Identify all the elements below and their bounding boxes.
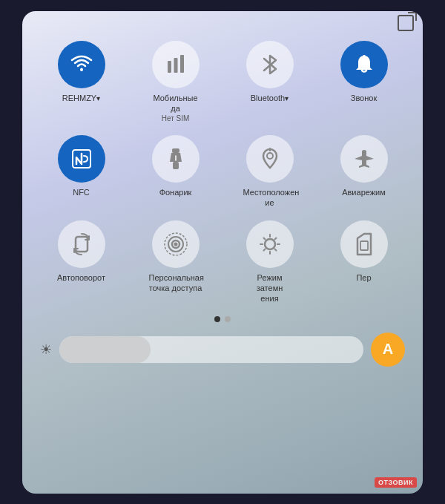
tile-sim[interactable]: Пер [320, 220, 408, 304]
tile-circle-autorotate [58, 220, 105, 268]
expand-icon[interactable] [398, 15, 414, 31]
tile-label-flashlight: Фонарик [159, 187, 192, 197]
tile-label-darkmode: Режим затемнения [243, 272, 297, 304]
sim-icon [354, 232, 375, 256]
page-dot-1 [214, 316, 220, 322]
signal-icon [165, 53, 187, 76]
tile-label-location: Местоположение [243, 187, 297, 209]
tile-circle-nfc [58, 135, 105, 183]
tile-nfc[interactable]: NFC [37, 135, 125, 209]
tile-label-autorotate: Автоповорот [57, 272, 105, 283]
tile-flashlight[interactable]: Фонарик [131, 135, 220, 209]
tile-label-sim: Пер [356, 272, 371, 283]
brightness-icon: ☀ [40, 341, 52, 358]
tile-circle-sim [340, 220, 388, 268]
svg-rect-3 [180, 55, 184, 73]
tile-label-airplane: Авиарежим [342, 187, 386, 197]
tile-autorotate[interactable]: Автоповорот [37, 220, 125, 304]
tile-label-hotspot: Персональнаяточка доступа [149, 272, 202, 294]
tile-label-wifi: REHMZY▾ [62, 93, 100, 103]
svg-point-16 [265, 239, 275, 249]
tile-mobile[interactable]: Мобильные да Нет SIM [131, 41, 220, 124]
svg-rect-2 [174, 58, 177, 73]
tile-circle-location [246, 135, 294, 183]
svg-rect-25 [360, 241, 368, 250]
brightness-row: ☀ A [37, 333, 408, 367]
flashlight-icon [165, 147, 186, 171]
avatar-button[interactable]: A [371, 333, 405, 367]
bluetooth-icon [260, 53, 280, 76]
wifi-icon [70, 53, 93, 76]
brightness-fill [59, 336, 151, 363]
top-bar [22, 11, 423, 35]
tile-circle-mobile [152, 41, 200, 88]
rotate-icon [69, 232, 94, 257]
tile-hotspot[interactable]: Персональнаяточка доступа [131, 220, 220, 304]
tile-circle-wifi [58, 41, 105, 88]
tiles-row3: Автоповорот Персональнаяточка доступа [37, 220, 408, 304]
page-indicators [37, 316, 408, 322]
quick-panel: REHMZY▾ Мобильные да Нет SIM [22, 35, 423, 494]
tile-label-nfc: NFC [73, 187, 90, 197]
watermark: ОТЗОВИК [375, 477, 417, 488]
svg-point-15 [174, 242, 177, 246]
svg-rect-1 [168, 61, 171, 73]
tile-circle-airplane [340, 135, 388, 183]
tile-wifi[interactable]: REHMZY▾ [37, 41, 125, 124]
svg-line-23 [274, 238, 276, 239]
tile-sound[interactable]: Звонок [320, 41, 408, 124]
tile-circle-hotspot [152, 220, 200, 268]
svg-line-21 [263, 238, 265, 239]
tile-label-sound: Звонок [351, 93, 378, 103]
tile-label-mobile: Мобильные да Нет SIM [149, 93, 202, 124]
tile-circle-bluetooth [246, 41, 294, 88]
svg-point-0 [80, 68, 83, 71]
svg-rect-6 [172, 148, 179, 153]
tiles-row1: REHMZY▾ Мобильные да Нет SIM [37, 41, 408, 124]
brightness-track[interactable] [59, 336, 363, 363]
darkmode-icon [257, 232, 283, 257]
svg-line-24 [263, 249, 265, 250]
tile-circle-sound [340, 41, 388, 88]
phone-screen: REHMZY▾ Мобильные да Нет SIM [22, 11, 423, 494]
page-dot-2 [225, 316, 231, 322]
tile-darkmode[interactable]: Режим затемнения [225, 220, 314, 304]
nfc-icon [70, 147, 93, 171]
location-icon [260, 147, 280, 171]
tile-location[interactable]: Местоположение [225, 135, 314, 209]
airplane-icon [352, 148, 377, 169]
tiles-row2: NFC Фонарик [37, 135, 408, 209]
svg-point-9 [267, 153, 273, 159]
tile-bluetooth[interactable]: Bluetooth▾ [225, 41, 314, 124]
tile-label-bluetooth: Bluetooth▾ [251, 93, 289, 103]
svg-point-4 [363, 55, 366, 58]
tile-circle-darkmode [246, 220, 294, 268]
hotspot-icon [163, 232, 188, 257]
tile-circle-flashlight [152, 135, 200, 183]
svg-rect-7 [173, 162, 179, 169]
bell-icon [353, 53, 375, 76]
tile-airplane[interactable]: Авиарежим [320, 135, 408, 209]
svg-line-22 [274, 249, 276, 250]
